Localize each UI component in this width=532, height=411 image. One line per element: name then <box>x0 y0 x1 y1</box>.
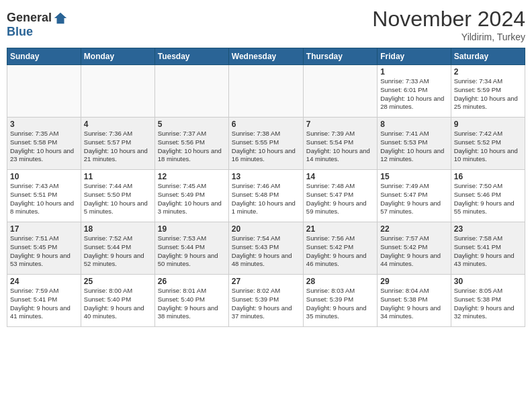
calendar-cell: 12Sunrise: 7:45 AMSunset: 5:49 PMDayligh… <box>154 170 228 222</box>
day-info: Sunrise: 8:01 AMSunset: 5:40 PMDaylight:… <box>158 287 226 321</box>
calendar: Sunday Monday Tuesday Wednesday Thursday… <box>7 48 525 327</box>
day-info: Sunrise: 7:58 AMSunset: 5:41 PMDaylight:… <box>454 234 522 269</box>
day-number: 29 <box>380 277 447 286</box>
calendar-cell: 4Sunrise: 7:36 AMSunset: 5:57 PMDaylight… <box>81 118 154 170</box>
day-info: Sunrise: 7:37 AMSunset: 5:56 PMDaylight:… <box>158 130 226 164</box>
month-title: November 2024 <box>372 7 525 32</box>
day-info: Sunrise: 7:43 AMSunset: 5:51 PMDaylight:… <box>10 182 78 216</box>
day-info: Sunrise: 7:49 AMSunset: 5:47 PMDaylight:… <box>380 182 447 216</box>
day-number: 5 <box>158 120 226 129</box>
day-info: Sunrise: 7:53 AMSunset: 5:44 PMDaylight:… <box>158 234 226 269</box>
day-number: 7 <box>306 120 374 129</box>
calendar-week-row: 10Sunrise: 7:43 AMSunset: 5:51 PMDayligh… <box>7 170 525 222</box>
day-number: 28 <box>306 277 374 286</box>
day-number: 24 <box>10 277 78 286</box>
calendar-cell: 18Sunrise: 7:52 AMSunset: 5:44 PMDayligh… <box>81 222 154 275</box>
calendar-cell: 17Sunrise: 7:51 AMSunset: 5:45 PMDayligh… <box>7 222 81 275</box>
day-info: Sunrise: 7:44 AMSunset: 5:50 PMDaylight:… <box>84 182 152 216</box>
logo-general-text: General <box>7 11 52 25</box>
calendar-cell: 5Sunrise: 7:37 AMSunset: 5:56 PMDaylight… <box>154 118 228 170</box>
calendar-cell: 19Sunrise: 7:53 AMSunset: 5:44 PMDayligh… <box>154 222 228 275</box>
col-sunday: Sunday <box>7 48 81 65</box>
calendar-week-row: 3Sunrise: 7:35 AMSunset: 5:58 PMDaylight… <box>7 118 525 170</box>
day-number: 3 <box>10 120 78 129</box>
day-info: Sunrise: 7:42 AMSunset: 5:52 PMDaylight:… <box>454 130 522 164</box>
calendar-cell: 14Sunrise: 7:48 AMSunset: 5:47 PMDayligh… <box>303 170 377 222</box>
calendar-cell: 25Sunrise: 8:00 AMSunset: 5:40 PMDayligh… <box>81 275 154 327</box>
svg-marker-0 <box>54 12 66 24</box>
day-info: Sunrise: 7:36 AMSunset: 5:57 PMDaylight:… <box>84 130 152 164</box>
day-number: 16 <box>454 172 522 181</box>
day-info: Sunrise: 7:52 AMSunset: 5:44 PMDaylight:… <box>84 234 152 269</box>
calendar-cell: 11Sunrise: 7:44 AMSunset: 5:50 PMDayligh… <box>81 170 154 222</box>
calendar-cell: 28Sunrise: 8:03 AMSunset: 5:39 PMDayligh… <box>303 275 377 327</box>
calendar-cell: 15Sunrise: 7:49 AMSunset: 5:47 PMDayligh… <box>378 170 451 222</box>
day-number: 25 <box>84 277 152 286</box>
calendar-cell: 27Sunrise: 8:02 AMSunset: 5:39 PMDayligh… <box>228 275 303 327</box>
calendar-cell: 24Sunrise: 7:59 AMSunset: 5:41 PMDayligh… <box>7 275 81 327</box>
calendar-cell: 16Sunrise: 7:50 AMSunset: 5:46 PMDayligh… <box>451 170 525 222</box>
calendar-cell <box>7 65 81 118</box>
calendar-cell: 21Sunrise: 7:56 AMSunset: 5:42 PMDayligh… <box>303 222 377 275</box>
header: General Blue November 2024 Yildirim, Tur… <box>7 7 525 42</box>
day-info: Sunrise: 7:45 AMSunset: 5:49 PMDaylight:… <box>158 182 226 216</box>
logo-icon <box>53 11 68 26</box>
day-number: 21 <box>306 224 374 234</box>
calendar-cell <box>154 65 228 118</box>
page: General Blue November 2024 Yildirim, Tur… <box>0 0 532 411</box>
day-info: Sunrise: 7:51 AMSunset: 5:45 PMDaylight:… <box>10 234 78 269</box>
day-info: Sunrise: 7:35 AMSunset: 5:58 PMDaylight:… <box>10 130 78 164</box>
day-number: 15 <box>380 172 447 181</box>
day-info: Sunrise: 7:39 AMSunset: 5:54 PMDaylight:… <box>306 130 374 164</box>
day-number: 13 <box>232 172 300 181</box>
calendar-cell: 30Sunrise: 8:05 AMSunset: 5:38 PMDayligh… <box>451 275 525 327</box>
logo-blue-text: Blue <box>7 26 68 39</box>
calendar-cell: 13Sunrise: 7:46 AMSunset: 5:48 PMDayligh… <box>228 170 303 222</box>
title-section: November 2024 Yildirim, Turkey <box>372 7 525 42</box>
col-saturday: Saturday <box>451 48 525 65</box>
day-info: Sunrise: 8:00 AMSunset: 5:40 PMDaylight:… <box>84 287 152 321</box>
calendar-cell: 20Sunrise: 7:54 AMSunset: 5:43 PMDayligh… <box>228 222 303 275</box>
day-number: 19 <box>158 224 226 234</box>
day-number: 18 <box>84 224 152 234</box>
day-number: 20 <box>232 224 300 234</box>
day-number: 2 <box>454 67 522 77</box>
calendar-week-row: 1Sunrise: 7:33 AMSunset: 6:01 PMDaylight… <box>7 65 525 118</box>
day-info: Sunrise: 8:05 AMSunset: 5:38 PMDaylight:… <box>454 287 522 321</box>
col-friday: Friday <box>378 48 451 65</box>
day-number: 23 <box>454 224 522 234</box>
calendar-cell: 26Sunrise: 8:01 AMSunset: 5:40 PMDayligh… <box>154 275 228 327</box>
calendar-cell: 1Sunrise: 7:33 AMSunset: 6:01 PMDaylight… <box>378 65 451 118</box>
calendar-cell: 3Sunrise: 7:35 AMSunset: 5:58 PMDaylight… <box>7 118 81 170</box>
day-number: 9 <box>454 120 522 129</box>
calendar-cell: 29Sunrise: 8:04 AMSunset: 5:38 PMDayligh… <box>378 275 451 327</box>
day-info: Sunrise: 7:48 AMSunset: 5:47 PMDaylight:… <box>306 182 374 216</box>
col-tuesday: Tuesday <box>154 48 228 65</box>
day-number: 1 <box>380 67 447 77</box>
calendar-cell: 23Sunrise: 7:58 AMSunset: 5:41 PMDayligh… <box>451 222 525 275</box>
day-info: Sunrise: 7:34 AMSunset: 5:59 PMDaylight:… <box>454 77 522 111</box>
day-number: 8 <box>380 120 447 129</box>
day-number: 6 <box>232 120 300 129</box>
day-number: 17 <box>10 224 78 234</box>
day-info: Sunrise: 8:02 AMSunset: 5:39 PMDaylight:… <box>232 287 300 321</box>
day-number: 27 <box>232 277 300 286</box>
logo: General Blue <box>7 11 68 39</box>
calendar-cell <box>81 65 154 118</box>
day-info: Sunrise: 8:03 AMSunset: 5:39 PMDaylight:… <box>306 287 374 321</box>
calendar-cell: 10Sunrise: 7:43 AMSunset: 5:51 PMDayligh… <box>7 170 81 222</box>
col-wednesday: Wednesday <box>228 48 303 65</box>
day-number: 12 <box>158 172 226 181</box>
calendar-week-row: 17Sunrise: 7:51 AMSunset: 5:45 PMDayligh… <box>7 222 525 275</box>
day-info: Sunrise: 7:46 AMSunset: 5:48 PMDaylight:… <box>232 182 300 216</box>
day-info: Sunrise: 8:04 AMSunset: 5:38 PMDaylight:… <box>380 287 447 321</box>
day-info: Sunrise: 7:59 AMSunset: 5:41 PMDaylight:… <box>10 287 78 321</box>
day-number: 10 <box>10 172 78 181</box>
calendar-cell: 7Sunrise: 7:39 AMSunset: 5:54 PMDaylight… <box>303 118 377 170</box>
day-number: 11 <box>84 172 152 181</box>
calendar-cell: 9Sunrise: 7:42 AMSunset: 5:52 PMDaylight… <box>451 118 525 170</box>
day-info: Sunrise: 7:41 AMSunset: 5:53 PMDaylight:… <box>380 130 447 164</box>
day-info: Sunrise: 7:54 AMSunset: 5:43 PMDaylight:… <box>232 234 300 269</box>
calendar-week-row: 24Sunrise: 7:59 AMSunset: 5:41 PMDayligh… <box>7 275 525 327</box>
col-monday: Monday <box>81 48 154 65</box>
